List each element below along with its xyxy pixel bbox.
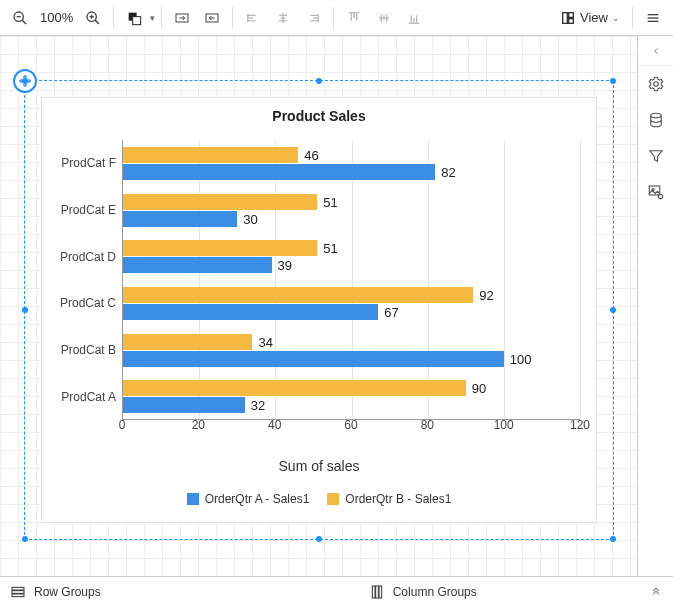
toolbar: 100% ▾	[0, 0, 673, 36]
chart-container[interactable]: Product Sales ProdCat FProdCat EProdCat …	[41, 97, 597, 523]
x-tick-label: 100	[494, 418, 514, 432]
chevron-down-icon: ⌄	[612, 13, 620, 23]
zoom-out-button[interactable]	[6, 4, 34, 32]
svg-point-49	[658, 194, 663, 199]
chart-bar: 92	[123, 287, 473, 303]
selection-outline[interactable]: Product Sales ProdCat FProdCat EProdCat …	[24, 80, 614, 540]
bar-value-label: 82	[435, 164, 455, 179]
align-right-button	[299, 4, 327, 32]
resize-handle[interactable]	[316, 536, 322, 542]
chart-bar: 34	[123, 334, 252, 350]
chart-bar: 32	[123, 397, 245, 413]
y-category-label: ProdCat F	[61, 156, 116, 170]
row-groups-label[interactable]: Row Groups	[34, 585, 101, 599]
bar-value-label: 51	[317, 194, 337, 209]
chevron-down-icon: ▾	[150, 13, 155, 23]
bar-value-label: 39	[272, 258, 292, 273]
bar-value-label: 32	[245, 398, 265, 413]
side-panel	[637, 36, 673, 576]
svg-rect-8	[133, 16, 141, 24]
chart-legend: OrderQtr A - Sales1OrderQtr B - Sales1	[42, 492, 596, 506]
resize-handle[interactable]	[610, 78, 616, 84]
collapse-panel-button[interactable]	[638, 36, 673, 66]
legend-label: OrderQtr B - Sales1	[345, 492, 451, 506]
row-groups-icon	[10, 584, 26, 600]
svg-rect-52	[12, 594, 24, 597]
x-tick-label: 20	[192, 418, 205, 432]
svg-point-45	[653, 82, 658, 87]
svg-line-1	[22, 20, 26, 24]
bar-value-label: 30	[237, 211, 257, 226]
align-bottom-button	[400, 4, 428, 32]
merge-cells-button[interactable]	[168, 4, 196, 32]
chart-bar: 39	[123, 257, 272, 273]
svg-rect-51	[12, 590, 24, 593]
chart-bar: 90	[123, 380, 466, 396]
align-top-button	[340, 4, 368, 32]
view-label: View	[580, 10, 608, 25]
color-picker-button[interactable]	[120, 4, 148, 32]
bar-value-label: 100	[504, 351, 532, 366]
view-menu-button[interactable]: View ⌄	[554, 4, 626, 32]
separator	[232, 7, 233, 29]
chart-bar: 51	[123, 194, 317, 210]
bar-value-label: 67	[378, 304, 398, 319]
align-center-button	[269, 4, 297, 32]
legend-item: OrderQtr B - Sales1	[327, 492, 451, 506]
svg-rect-37	[563, 12, 568, 23]
x-tick-label: 120	[570, 418, 590, 432]
y-category-label: ProdCat C	[60, 296, 116, 310]
align-middle-button	[370, 4, 398, 32]
filter-button[interactable]	[638, 138, 674, 174]
svg-rect-55	[379, 586, 382, 598]
bar-value-label: 92	[473, 287, 493, 302]
y-category-label: ProdCat A	[61, 390, 116, 404]
svg-line-4	[95, 20, 99, 24]
design-canvas[interactable]: Product Sales ProdCat FProdCat EProdCat …	[0, 36, 637, 576]
resize-handle[interactable]	[610, 536, 616, 542]
image-settings-button[interactable]	[638, 174, 674, 210]
hamburger-menu-button[interactable]	[639, 4, 667, 32]
chart-bar: 100	[123, 351, 504, 367]
zoom-in-button[interactable]	[79, 4, 107, 32]
svg-rect-38	[569, 12, 574, 17]
svg-rect-53	[372, 586, 375, 598]
x-tick-label: 60	[344, 418, 357, 432]
x-tick-label: 0	[119, 418, 126, 432]
zoom-level[interactable]: 100%	[36, 10, 77, 25]
gear-icon	[647, 75, 665, 93]
image-gear-icon	[647, 183, 665, 201]
bar-value-label: 90	[466, 381, 486, 396]
bar-value-label: 34	[252, 334, 272, 349]
svg-point-46	[650, 113, 661, 118]
resize-handle[interactable]	[316, 78, 322, 84]
align-left-button	[239, 4, 267, 32]
svg-rect-50	[12, 587, 24, 590]
chart-x-axis-title: Sum of sales	[42, 458, 596, 474]
split-cells-button[interactable]	[198, 4, 226, 32]
data-button[interactable]	[638, 102, 674, 138]
svg-rect-54	[375, 586, 378, 598]
legend-item: OrderQtr A - Sales1	[187, 492, 310, 506]
expand-footer-button[interactable]	[649, 583, 663, 600]
bar-value-label: 46	[298, 147, 318, 162]
separator	[632, 7, 633, 29]
resize-handle[interactable]	[22, 78, 28, 84]
resize-handle[interactable]	[22, 536, 28, 542]
x-tick-label: 80	[421, 418, 434, 432]
resize-handle[interactable]	[610, 307, 616, 313]
chart-bar: 46	[123, 147, 298, 163]
funnel-icon	[647, 147, 665, 165]
legend-swatch	[187, 493, 199, 505]
chart-title: Product Sales	[42, 98, 596, 124]
y-category-label: ProdCat B	[61, 343, 116, 357]
column-groups-icon	[369, 584, 385, 600]
legend-swatch	[327, 493, 339, 505]
column-groups-label[interactable]: Column Groups	[393, 585, 477, 599]
resize-handle[interactable]	[22, 307, 28, 313]
properties-button[interactable]	[638, 66, 674, 102]
chart-bar: 30	[123, 211, 237, 227]
separator	[333, 7, 334, 29]
x-tick-label: 40	[268, 418, 281, 432]
chart-bar: 51	[123, 240, 317, 256]
